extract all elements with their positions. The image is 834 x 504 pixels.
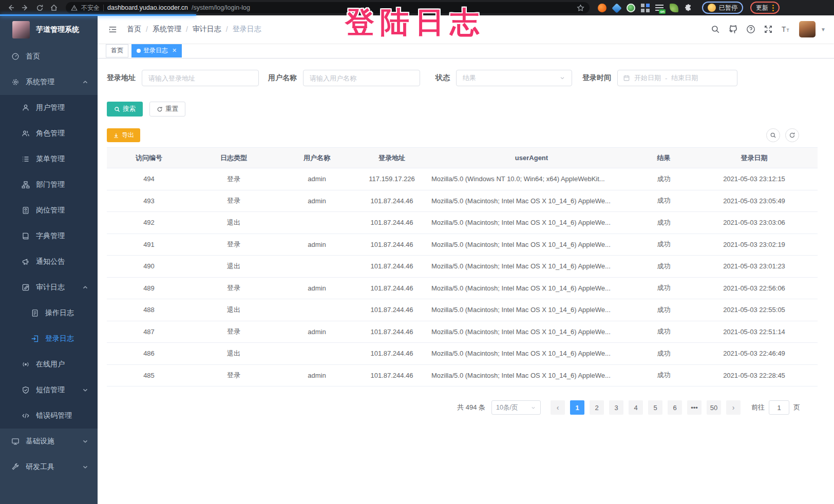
extensions-puzzle-icon[interactable] (684, 4, 693, 12)
sidebar-item-menu-list[interactable]: 菜单管理 (0, 146, 98, 172)
sidebar-logo[interactable]: 芋道管理系统 (0, 15, 98, 44)
font-size-icon[interactable]: TT (781, 25, 791, 34)
security-warning-label[interactable]: 不安全 (81, 4, 100, 12)
github-icon[interactable] (728, 25, 738, 34)
browser-menu-icon[interactable] (772, 5, 774, 11)
sidebar-item-devtools[interactable]: 研发工具 (0, 454, 98, 480)
page-button[interactable]: 6 (668, 400, 682, 415)
filter-form: 登录地址 用户名称 状态 结果 登录时间 开始日期 - (107, 70, 825, 86)
browser-profile-button[interactable]: 已暂停 (702, 2, 743, 14)
user-menu-caret-icon[interactable]: ▼ (821, 27, 826, 32)
page-button[interactable]: 50 (707, 400, 721, 415)
page-button[interactable]: 4 (629, 400, 643, 415)
sidebar-item-label: 登录日志 (45, 334, 74, 343)
tab-login-log[interactable]: 登录日志 ✕ (131, 44, 182, 57)
table-cell: 成功 (637, 196, 691, 205)
browser-home-icon[interactable] (48, 2, 60, 13)
table-cell: 491 (107, 241, 191, 248)
table-cell: 488 (107, 306, 191, 314)
sidebar-item-sms-shield[interactable]: 短信管理 (0, 377, 98, 403)
table-cell: admin (276, 241, 357, 248)
next-page-button[interactable]: › (726, 400, 741, 415)
sidebar-item-dept-tree[interactable]: 部门管理 (0, 172, 98, 198)
tab-close-icon[interactable]: ✕ (172, 47, 177, 54)
sidebar-item-label: 字典管理 (36, 231, 65, 241)
sidebar-item-label: 通知公告 (36, 257, 65, 266)
sidebar-item-label: 岗位管理 (36, 206, 65, 215)
tab-home[interactable]: 首页 (106, 44, 128, 57)
sidebar-item-label: 短信管理 (36, 385, 65, 395)
goto-suffix: 页 (793, 403, 800, 412)
username-label: 用户名称 (268, 73, 297, 83)
security-warning-icon (71, 5, 78, 11)
login-time-range-picker[interactable]: 开始日期 - 结束日期 (617, 70, 737, 86)
extension-list-icon[interactable]: on (655, 4, 664, 12)
search-button[interactable]: 搜索 (107, 102, 143, 117)
table-cell: 2021-05-03 23:05:49 (691, 197, 818, 205)
address-bar[interactable]: 不安全 dashboard.yudao.iocoder.cn/system/lo… (66, 2, 590, 13)
sidebar-item-role[interactable]: 角色管理 (0, 121, 98, 146)
page-button[interactable]: 1 (570, 400, 584, 415)
operation-log-icon (31, 309, 39, 317)
status-select[interactable]: 结果 (456, 70, 572, 86)
extension-grid-icon[interactable] (641, 4, 650, 12)
prev-page-button[interactable]: ‹ (551, 400, 565, 415)
table-cell: 2021-05-03 23:01:23 (691, 262, 818, 270)
table-cell: 101.87.244.46 (357, 284, 426, 292)
table-cell: 成功 (637, 327, 691, 336)
sidebar-item-label: 基础设施 (26, 437, 54, 446)
sidebar-item-infrastructure[interactable]: 基础设施 (0, 429, 98, 454)
toggle-search-button[interactable] (766, 128, 780, 142)
chevron-down-icon (81, 437, 89, 445)
browser-forward-icon[interactable] (20, 2, 31, 13)
browser-reload-icon[interactable] (34, 2, 45, 13)
extension-orange-icon[interactable] (598, 4, 606, 12)
pager-buttons: ‹123456•••50› (548, 400, 743, 415)
table-cell: 2021-05-03 22:56:06 (691, 284, 818, 292)
username-input[interactable] (303, 70, 420, 86)
table-cell: 成功 (637, 349, 691, 358)
login-address-input[interactable] (142, 70, 259, 86)
user-avatar[interactable] (799, 21, 816, 37)
extension-green-icon[interactable] (627, 4, 635, 12)
reset-button[interactable]: 重置 (149, 102, 185, 117)
extension-leaf-icon[interactable] (670, 4, 678, 12)
page-button[interactable]: 3 (609, 400, 623, 415)
gear-icon (11, 78, 20, 86)
sidebar-item-dict-book[interactable]: 字典管理 (0, 223, 98, 249)
sidebar-item-announcement[interactable]: 通知公告 (0, 249, 98, 275)
sidebar-item-post-badge[interactable]: 岗位管理 (0, 198, 98, 223)
table-cell: 2021-05-03 22:55:05 (691, 306, 818, 314)
breadcrumb-item[interactable]: 首页 (127, 25, 141, 34)
search-icon[interactable] (711, 25, 720, 34)
sidebar-item-operation-log[interactable]: 操作日志 (0, 300, 98, 326)
fullscreen-icon[interactable] (764, 25, 773, 34)
page-button[interactable]: 5 (648, 400, 662, 415)
browser-back-icon[interactable] (5, 2, 16, 13)
page-size-select[interactable]: 10条/页 (491, 400, 541, 415)
browser-update-button[interactable]: 更新 (750, 2, 780, 14)
sidebar-item-error-code[interactable]: 错误码管理 (0, 403, 98, 429)
table-cell: 成功 (637, 175, 691, 184)
table-cell: 489 (107, 284, 191, 292)
sidebar-item-online-user[interactable]: 在线用户 (0, 352, 98, 377)
refresh-table-button[interactable] (785, 128, 799, 142)
help-icon[interactable] (746, 25, 755, 34)
breadcrumb-item[interactable]: 系统管理 (153, 25, 181, 34)
table-cell: 101.87.244.46 (357, 372, 426, 379)
table-cell: 101.87.244.46 (357, 328, 426, 336)
bookmark-star-icon[interactable] (577, 4, 584, 12)
page-button[interactable]: 2 (590, 400, 604, 415)
sidebar-item-audit-log[interactable]: 审计日志 (0, 275, 98, 300)
sidebar-item-user[interactable]: 用户管理 (0, 95, 98, 121)
pager-ellipsis[interactable]: ••• (687, 400, 702, 415)
breadcrumb-item[interactable]: 审计日志 (193, 25, 221, 34)
sidebar-item-gear[interactable]: 系统管理 (0, 69, 98, 95)
hamburger-icon[interactable] (106, 23, 120, 36)
export-button[interactable]: 导出 (107, 128, 140, 142)
sidebar-item-dashboard[interactable]: 首页 (0, 44, 98, 69)
sidebar-item-login-log[interactable]: 登录日志 (0, 326, 98, 352)
extension-gem-icon[interactable] (612, 4, 621, 12)
goto-page-input[interactable] (769, 400, 789, 415)
login-log-table: 访问编号日志类型用户名称登录地址userAgent结果登录日期 494登录adm… (107, 147, 818, 386)
